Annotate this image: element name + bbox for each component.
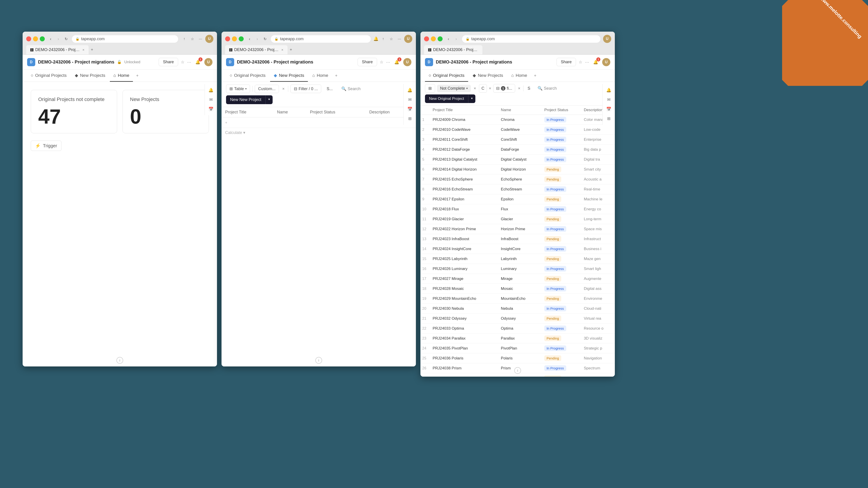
table-view-btn-2[interactable]: ⊞ Table ▾ bbox=[226, 85, 250, 93]
table-row[interactable]: 20 PRJ24030 Nebula Nebula In Progress Cl… bbox=[421, 304, 615, 314]
custom-btn-2[interactable]: Custom... bbox=[255, 85, 279, 93]
table-row[interactable]: 13 PRJ24023 InfraBoost InfraBoost Pendin… bbox=[421, 234, 615, 244]
star-icon-1[interactable]: ☆ bbox=[189, 35, 196, 42]
search-btn-2[interactable]: 🔍 Search bbox=[338, 85, 364, 93]
url-bar-2[interactable]: 🔒 tapeapp.com bbox=[271, 35, 371, 43]
col-status-3[interactable]: Project Status bbox=[541, 105, 581, 115]
search-btn-3[interactable]: 🔍 Search bbox=[534, 84, 560, 92]
calculate-row-2[interactable]: Calculate ▾ bbox=[221, 128, 416, 137]
sidebar-calendar-icon-1[interactable]: 📅 bbox=[207, 105, 215, 113]
table-row[interactable]: 18 PRJ24028 Mosaic Mosaic In Progress Di… bbox=[421, 284, 615, 294]
avatar-app-2[interactable]: U bbox=[403, 58, 411, 66]
trigger-button-1[interactable]: ⚡ Trigger bbox=[31, 140, 61, 151]
table-row[interactable]: 2 PRJ24010 CodeWave CodeWave In Progress… bbox=[421, 125, 615, 135]
new-project-btn-2[interactable]: New New Project bbox=[226, 95, 266, 104]
info-icon-2[interactable]: i bbox=[315, 357, 322, 364]
table-row[interactable]: 24 PRJ24035 PivotPlan PivotPlan In Progr… bbox=[421, 344, 615, 353]
col-name-2[interactable]: Name bbox=[274, 107, 307, 118]
more-btn-1[interactable]: ⋯ bbox=[187, 60, 191, 65]
star-btn-1[interactable]: ☆ bbox=[181, 60, 184, 65]
browser-tab-1[interactable]: 🅳 DEMO-2432006 - Project migrations ✕ bbox=[26, 45, 89, 55]
info-icon-3[interactable]: i bbox=[514, 367, 521, 374]
star-btn-2[interactable]: ☆ bbox=[380, 60, 383, 65]
maximize-btn-2[interactable] bbox=[239, 36, 244, 41]
sidebar-grid-icon-3[interactable]: ⊞ bbox=[604, 114, 613, 123]
new-tab-btn-1[interactable]: + bbox=[89, 46, 95, 53]
avatar-3[interactable]: U bbox=[603, 35, 611, 43]
add-tab-btn-2[interactable]: + bbox=[333, 70, 340, 81]
minimize-btn-1[interactable] bbox=[33, 36, 38, 41]
table-row[interactable]: 17 PRJ24027 Mirage Mirage Pending Augmen… bbox=[421, 274, 615, 284]
info-icon-1[interactable]: i bbox=[116, 357, 123, 364]
minimize-btn-2[interactable] bbox=[232, 36, 237, 41]
new-tab-btn-2[interactable]: + bbox=[287, 46, 294, 53]
sidebar-mail-icon-1[interactable]: ✉ bbox=[207, 95, 215, 104]
share-button-1[interactable]: Share bbox=[159, 58, 178, 66]
avatar-app-3[interactable]: U bbox=[602, 58, 610, 66]
sidebar-calendar-icon-2[interactable]: 📅 bbox=[405, 105, 414, 113]
table-row[interactable]: 23 PRJ24034 Parallax Parallax Pending 3D… bbox=[421, 333, 615, 344]
table-row[interactable]: 5 PRJ24013 Digital Catalyst Digital Cata… bbox=[421, 155, 615, 164]
table-row[interactable]: 14 PRJ24024 InsightCore InsightCore In P… bbox=[421, 244, 615, 254]
col-name-3[interactable]: Name bbox=[498, 105, 541, 115]
sort-btn-2[interactable]: S... bbox=[323, 85, 336, 93]
share-button-2[interactable]: Share bbox=[358, 58, 377, 66]
not-complete-badge-3[interactable]: Not Complete ▾ bbox=[437, 85, 471, 92]
sort-btn-3[interactable]: S bbox=[525, 85, 532, 92]
new-project-dropdown-2[interactable]: ▾ bbox=[266, 95, 273, 104]
sidebar-bell-icon-3[interactable]: 🔔 bbox=[604, 86, 613, 94]
close-btn-1[interactable] bbox=[26, 36, 31, 41]
nav-original-projects-1[interactable]: ○ Original Projects bbox=[27, 70, 70, 82]
sidebar-grid-icon-2[interactable]: ⊞ bbox=[405, 114, 414, 123]
back-btn-2[interactable]: ‹ bbox=[246, 36, 253, 42]
nav-new-projects-2[interactable]: ◆ New Projects bbox=[270, 70, 308, 82]
col-status-2[interactable]: Project Status bbox=[306, 107, 366, 118]
col-project-title-2[interactable]: Project Title bbox=[221, 107, 274, 118]
share-icon-1[interactable]: ↑ bbox=[181, 35, 188, 42]
reload-btn-2[interactable]: ↻ bbox=[262, 36, 268, 42]
table-row[interactable]: 3 PRJ24011 CoreShift CoreShift In Progre… bbox=[421, 135, 615, 144]
forward-btn-1[interactable]: › bbox=[55, 36, 61, 42]
table-row[interactable]: 9 PRJ24017 Epsilon Epsilon Pending Machi… bbox=[421, 194, 615, 204]
table-row[interactable]: 21 PRJ24032 Odyssey Odyssey Pending Virt… bbox=[421, 314, 615, 324]
filter-x-3[interactable]: ✕ bbox=[517, 86, 522, 91]
table-row[interactable]: 1 PRJ24009 Chroma Chroma In Progress Col… bbox=[421, 115, 615, 125]
menu-icon-2[interactable]: ⋯ bbox=[396, 35, 403, 42]
nav-new-projects-1[interactable]: ◆ New Projects bbox=[71, 70, 109, 82]
table-row[interactable]: 7 PRJ24015 EchoSphere EchoSphere Pending… bbox=[421, 174, 615, 184]
col-project-title-3[interactable]: Project Title bbox=[430, 105, 498, 115]
add-tab-btn-1[interactable]: + bbox=[134, 70, 141, 81]
avatar-2[interactable]: U bbox=[404, 35, 412, 43]
url-bar-1[interactable]: 🔒 tapeapp.com bbox=[72, 35, 178, 43]
minimize-btn-3[interactable] bbox=[431, 36, 436, 41]
forward-btn-3[interactable]: › bbox=[453, 36, 459, 42]
toolbar-x2-3[interactable]: ✕ bbox=[489, 87, 491, 90]
sidebar-mail-icon-3[interactable]: ✉ bbox=[604, 95, 613, 104]
sidebar-bell-icon-1[interactable]: 🔔 bbox=[207, 86, 215, 94]
new-original-dropdown-3[interactable]: ▾ bbox=[468, 94, 475, 103]
table-row[interactable]: 16 PRJ24026 Luminary Luminary In Progres… bbox=[421, 264, 615, 274]
new-original-btn-3[interactable]: New Original Project bbox=[425, 94, 468, 103]
avatar-app-1[interactable]: U bbox=[204, 58, 213, 66]
nav-home-2[interactable]: ⌂ Home bbox=[309, 70, 332, 82]
nav-original-projects-3[interactable]: ○ Original Projects bbox=[425, 70, 468, 82]
custom-x-2[interactable]: ✕ bbox=[281, 86, 286, 92]
nc-x-3[interactable]: ✕ bbox=[473, 86, 477, 91]
nav-home-1[interactable]: ⌂ Home bbox=[110, 70, 133, 82]
filter-btn-2[interactable]: ⊟ Filter / 0 ... bbox=[290, 85, 321, 93]
forward-btn-2[interactable]: › bbox=[254, 36, 260, 42]
table-row[interactable]: 25 PRJ24036 Polaris Polaris Pending Navi… bbox=[421, 353, 615, 363]
reload-btn-1[interactable]: ↻ bbox=[63, 36, 69, 42]
table-row[interactable]: 12 PRJ24022 Horizon Prime Horizon Prime … bbox=[421, 224, 615, 234]
nav-home-3[interactable]: ⌂ Home bbox=[508, 70, 531, 82]
nav-original-projects-2[interactable]: ○ Original Projects bbox=[226, 70, 269, 82]
bell-icon-chrome-2[interactable]: 🔔 bbox=[373, 36, 378, 41]
table-row[interactable]: 19 PRJ24029 MountainEcho MountainEcho Pe… bbox=[421, 294, 615, 304]
add-tab-btn-3[interactable]: + bbox=[532, 70, 539, 81]
close-btn-2[interactable] bbox=[225, 36, 230, 41]
tab-close-icon-1[interactable]: ✕ bbox=[82, 48, 85, 52]
filter-count-3[interactable]: ⊟ 1 fi... bbox=[493, 84, 515, 93]
table-row[interactable]: 4 PRJ24012 DataForge DataForge In Progre… bbox=[421, 144, 615, 155]
table-row[interactable]: 8 PRJ24016 EchoStream EchoStream In Prog… bbox=[421, 184, 615, 194]
browser-tab-3[interactable]: 🅳 DEMO-2432006 - Project migrations bbox=[424, 45, 483, 55]
